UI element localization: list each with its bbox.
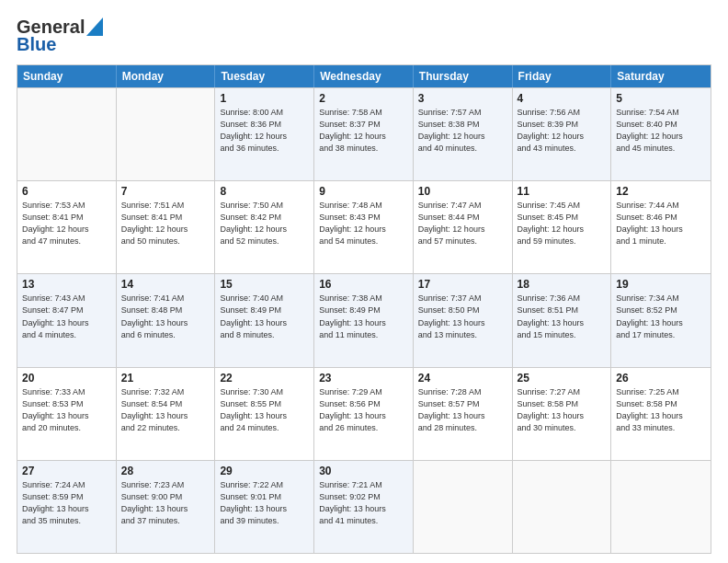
day-info: Sunrise: 7:32 AM Sunset: 8:54 PM Dayligh… [121,386,210,434]
cal-cell-12: 12Sunrise: 7:44 AM Sunset: 8:46 PM Dayli… [611,181,711,273]
day-info: Sunrise: 7:25 AM Sunset: 8:58 PM Dayligh… [616,386,706,434]
day-info: Sunrise: 7:54 AM Sunset: 8:40 PM Dayligh… [616,107,706,155]
cal-cell-16: 16Sunrise: 7:38 AM Sunset: 8:49 PM Dayli… [314,274,414,366]
day-number: 19 [616,278,706,291]
day-number: 1 [220,92,309,105]
day-info: Sunrise: 7:28 AM Sunset: 8:57 PM Dayligh… [418,386,507,434]
col-header-wednesday: Wednesday [314,65,414,87]
week-row-2: 6Sunrise: 7:53 AM Sunset: 8:41 PM Daylig… [17,180,711,273]
day-info: Sunrise: 7:41 AM Sunset: 8:48 PM Dayligh… [121,293,210,340]
cal-cell-25: 25Sunrise: 7:27 AM Sunset: 8:58 PM Dayli… [513,368,612,460]
day-info: Sunrise: 8:00 AM Sunset: 8:36 PM Dayligh… [220,107,309,155]
header: General Blue [17,17,711,55]
day-number: 13 [22,278,111,291]
cal-cell-30: 30Sunrise: 7:21 AM Sunset: 9:02 PM Dayli… [314,461,414,553]
calendar: SundayMondayTuesdayWednesdayThursdayFrid… [17,64,711,554]
cal-cell-empty [414,461,513,553]
day-number: 8 [220,185,309,198]
day-number: 24 [418,372,507,385]
week-row-1: 1Sunrise: 8:00 AM Sunset: 8:36 PM Daylig… [17,87,711,180]
cal-cell-15: 15Sunrise: 7:40 AM Sunset: 8:49 PM Dayli… [215,274,314,366]
col-header-saturday: Saturday [611,65,711,87]
cal-cell-empty [117,88,216,180]
cal-cell-3: 3Sunrise: 7:57 AM Sunset: 8:38 PM Daylig… [414,88,513,180]
logo: General Blue [17,17,103,55]
day-number: 7 [121,185,210,198]
col-header-friday: Friday [513,65,612,87]
cal-cell-24: 24Sunrise: 7:28 AM Sunset: 8:57 PM Dayli… [414,368,513,460]
day-number: 30 [319,465,408,477]
cal-cell-11: 11Sunrise: 7:45 AM Sunset: 8:45 PM Dayli… [513,181,612,273]
day-info: Sunrise: 7:48 AM Sunset: 8:43 PM Dayligh… [319,200,408,247]
cal-cell-empty [513,461,612,553]
cal-cell-23: 23Sunrise: 7:29 AM Sunset: 8:56 PM Dayli… [314,368,414,460]
calendar-body: 1Sunrise: 8:00 AM Sunset: 8:36 PM Daylig… [17,87,711,553]
cal-cell-17: 17Sunrise: 7:37 AM Sunset: 8:50 PM Dayli… [414,274,513,366]
day-number: 6 [22,185,111,198]
cal-cell-14: 14Sunrise: 7:41 AM Sunset: 8:48 PM Dayli… [117,274,216,366]
day-number: 16 [319,278,408,291]
logo-icon [86,17,103,36]
svg-marker-0 [86,17,103,36]
day-number: 12 [616,185,706,198]
week-row-5: 27Sunrise: 7:24 AM Sunset: 8:59 PM Dayli… [17,460,711,553]
cal-cell-13: 13Sunrise: 7:43 AM Sunset: 8:47 PM Dayli… [17,274,117,366]
day-number: 23 [319,372,408,385]
cal-cell-1: 1Sunrise: 8:00 AM Sunset: 8:36 PM Daylig… [215,88,314,180]
day-number: 18 [518,278,607,291]
day-number: 21 [121,372,210,385]
day-number: 17 [418,278,507,291]
day-number: 20 [22,372,111,385]
cal-cell-4: 4Sunrise: 7:56 AM Sunset: 8:39 PM Daylig… [513,88,612,180]
day-info: Sunrise: 7:23 AM Sunset: 9:00 PM Dayligh… [121,479,210,527]
day-number: 26 [616,372,706,385]
day-info: Sunrise: 7:51 AM Sunset: 8:41 PM Dayligh… [121,200,210,247]
day-number: 15 [220,278,309,291]
week-row-3: 13Sunrise: 7:43 AM Sunset: 8:47 PM Dayli… [17,273,711,366]
calendar-header: SundayMondayTuesdayWednesdayThursdayFrid… [17,65,711,87]
cal-cell-20: 20Sunrise: 7:33 AM Sunset: 8:53 PM Dayli… [17,368,117,460]
day-info: Sunrise: 7:45 AM Sunset: 8:45 PM Dayligh… [518,200,607,247]
day-info: Sunrise: 7:53 AM Sunset: 8:41 PM Dayligh… [22,200,111,247]
day-number: 25 [518,372,607,385]
day-info: Sunrise: 7:58 AM Sunset: 8:37 PM Dayligh… [319,107,408,155]
day-number: 28 [121,465,210,477]
day-info: Sunrise: 7:34 AM Sunset: 8:52 PM Dayligh… [616,293,706,340]
day-number: 11 [518,185,607,198]
cal-cell-10: 10Sunrise: 7:47 AM Sunset: 8:44 PM Dayli… [414,181,513,273]
cal-cell-empty [17,88,117,180]
day-info: Sunrise: 7:37 AM Sunset: 8:50 PM Dayligh… [418,293,507,340]
day-info: Sunrise: 7:56 AM Sunset: 8:39 PM Dayligh… [518,107,607,155]
day-number: 27 [22,465,111,477]
day-number: 9 [319,185,408,198]
cal-cell-18: 18Sunrise: 7:36 AM Sunset: 8:51 PM Dayli… [513,274,612,366]
day-info: Sunrise: 7:57 AM Sunset: 8:38 PM Dayligh… [418,107,507,155]
day-info: Sunrise: 7:38 AM Sunset: 8:49 PM Dayligh… [319,293,408,340]
col-header-monday: Monday [117,65,216,87]
cal-cell-26: 26Sunrise: 7:25 AM Sunset: 8:58 PM Dayli… [611,368,711,460]
day-number: 4 [518,92,607,105]
cal-cell-9: 9Sunrise: 7:48 AM Sunset: 8:43 PM Daylig… [314,181,414,273]
week-row-4: 20Sunrise: 7:33 AM Sunset: 8:53 PM Dayli… [17,367,711,460]
day-info: Sunrise: 7:22 AM Sunset: 9:01 PM Dayligh… [220,479,309,527]
day-number: 22 [220,372,309,385]
day-number: 3 [418,92,507,105]
col-header-sunday: Sunday [17,65,117,87]
day-info: Sunrise: 7:29 AM Sunset: 8:56 PM Dayligh… [319,386,408,434]
day-info: Sunrise: 7:44 AM Sunset: 8:46 PM Dayligh… [616,200,706,247]
day-number: 14 [121,278,210,291]
cal-cell-22: 22Sunrise: 7:30 AM Sunset: 8:55 PM Dayli… [215,368,314,460]
cal-cell-28: 28Sunrise: 7:23 AM Sunset: 9:00 PM Dayli… [117,461,216,553]
cal-cell-6: 6Sunrise: 7:53 AM Sunset: 8:41 PM Daylig… [17,181,117,273]
cal-cell-27: 27Sunrise: 7:24 AM Sunset: 8:59 PM Dayli… [17,461,117,553]
day-number: 2 [319,92,408,105]
day-info: Sunrise: 7:24 AM Sunset: 8:59 PM Dayligh… [22,479,111,527]
cal-cell-21: 21Sunrise: 7:32 AM Sunset: 8:54 PM Dayli… [117,368,216,460]
day-info: Sunrise: 7:30 AM Sunset: 8:55 PM Dayligh… [220,386,309,434]
cal-cell-8: 8Sunrise: 7:50 AM Sunset: 8:42 PM Daylig… [215,181,314,273]
day-number: 29 [220,465,309,477]
cal-cell-29: 29Sunrise: 7:22 AM Sunset: 9:01 PM Dayli… [215,461,314,553]
cal-cell-5: 5Sunrise: 7:54 AM Sunset: 8:40 PM Daylig… [611,88,711,180]
day-info: Sunrise: 7:47 AM Sunset: 8:44 PM Dayligh… [418,200,507,247]
day-info: Sunrise: 7:43 AM Sunset: 8:47 PM Dayligh… [22,293,111,340]
